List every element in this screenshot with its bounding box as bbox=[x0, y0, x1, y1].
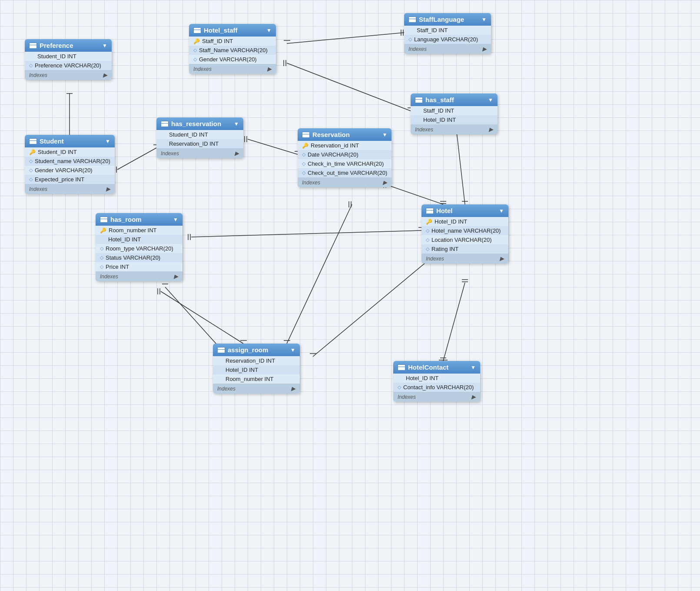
dropdown-arrow-Hotel_staff[interactable]: ▼ bbox=[266, 27, 272, 33]
diamond-icon: ◇ bbox=[100, 246, 103, 251]
table-row: ◇Status VARCHAR(20) bbox=[96, 253, 182, 262]
indexes-label: Indexes bbox=[217, 386, 236, 392]
table-row: 🔑Reservation_id INT bbox=[298, 141, 391, 150]
diamond-icon: ◇ bbox=[29, 167, 33, 173]
table-footer-Preference[interactable]: Indexes ▶ bbox=[25, 70, 112, 80]
table-name-Reservation: Reservation bbox=[312, 131, 350, 138]
dropdown-arrow-has_reservation[interactable]: ▼ bbox=[234, 121, 239, 127]
table-name-assign_room: assign_room bbox=[228, 346, 268, 354]
table-row: ◇Location VARCHAR(20) bbox=[421, 235, 508, 244]
indexes-label: Indexes bbox=[29, 186, 47, 192]
indexes-arrow[interactable]: ▶ bbox=[471, 394, 476, 400]
table-header-Preference[interactable]: Preference ▼ bbox=[25, 39, 112, 52]
table-header-Hotel[interactable]: Hotel ▼ bbox=[421, 204, 508, 217]
table-footer-has_reservation[interactable]: Indexes ▶ bbox=[156, 148, 243, 158]
dropdown-arrow-Preference[interactable]: ▼ bbox=[102, 43, 107, 49]
dropdown-arrow-assign_room[interactable]: ▼ bbox=[290, 347, 295, 353]
indexes-arrow[interactable]: ▶ bbox=[291, 385, 295, 392]
field-text: Student_name VARCHAR(20) bbox=[35, 158, 110, 164]
table-row: 🔑Student_ID INT bbox=[25, 147, 115, 157]
table-name-Hotel: Hotel bbox=[436, 207, 453, 214]
dropdown-arrow-has_room[interactable]: ▼ bbox=[173, 217, 178, 223]
table-footer-assign_room[interactable]: Indexes ▶ bbox=[213, 384, 300, 394]
table-footer-StaffLanguage[interactable]: Indexes ▶ bbox=[404, 44, 491, 54]
table-header-has_reservation[interactable]: has_reservation ▼ bbox=[156, 117, 243, 130]
indexes-label: Indexes bbox=[426, 256, 444, 262]
table-header-Hotel_staff[interactable]: Hotel_staff ▼ bbox=[189, 24, 276, 37]
table-body-has_reservation: Student_ID INTReservation_ID INT bbox=[156, 130, 243, 148]
indexes-arrow[interactable]: ▶ bbox=[103, 72, 107, 78]
table-header-HotelContact[interactable]: HotelContact ▼ bbox=[393, 361, 480, 374]
table-icon-Reservation bbox=[302, 132, 310, 138]
indexes-arrow[interactable]: ▶ bbox=[106, 186, 110, 192]
indexes-arrow[interactable]: ▶ bbox=[267, 66, 272, 72]
table-header-assign_room[interactable]: assign_room ▼ bbox=[213, 344, 300, 356]
table-body-Hotel_staff: 🔑Staff_ID INT◇Staff_Name VARCHAR(20)◇Gen… bbox=[189, 37, 276, 64]
dropdown-arrow-Reservation[interactable]: ▼ bbox=[382, 132, 387, 138]
field-text: Student_ID INT bbox=[37, 53, 76, 60]
dropdown-arrow-has_staff[interactable]: ▼ bbox=[488, 97, 493, 103]
diamond-icon: ◇ bbox=[193, 57, 197, 62]
dropdown-arrow-StaffLanguage[interactable]: ▼ bbox=[481, 17, 487, 23]
indexes-arrow[interactable]: ▶ bbox=[235, 150, 239, 157]
table-row: ◇Room_type VARCHAR(20) bbox=[96, 244, 182, 253]
svg-line-33 bbox=[161, 291, 243, 344]
table-icon-StaffLanguage bbox=[408, 17, 416, 23]
svg-line-13 bbox=[287, 33, 404, 43]
field-text: Expected_price INT bbox=[35, 176, 84, 183]
table-name-has_room: has_room bbox=[110, 216, 142, 223]
table-row: Staff_ID INT bbox=[411, 106, 498, 115]
table-row: Reservation_ID INT bbox=[213, 356, 300, 365]
key-icon: 🔑 bbox=[193, 38, 200, 44]
table-icon-has_room bbox=[100, 217, 108, 223]
diamond-icon: ◇ bbox=[193, 47, 197, 53]
table-icon-HotelContact bbox=[398, 364, 405, 371]
table-row: Student_ID INT bbox=[156, 130, 243, 139]
table-row: ◇Price INT bbox=[96, 262, 182, 271]
field-text: Gender VARCHAR(20) bbox=[35, 167, 93, 174]
table-footer-Hotel[interactable]: Indexes ▶ bbox=[421, 254, 508, 264]
table-header-Student[interactable]: Student ▼ bbox=[25, 135, 115, 147]
table-row: ◇Rating INT bbox=[421, 244, 508, 254]
table-footer-has_room[interactable]: Indexes ▶ bbox=[96, 271, 182, 281]
indexes-arrow[interactable]: ▶ bbox=[489, 126, 493, 133]
dropdown-arrow-Student[interactable]: ▼ bbox=[105, 138, 110, 144]
table-header-StaffLanguage[interactable]: StaffLanguage ▼ bbox=[404, 13, 491, 26]
field-text: Room_number INT bbox=[109, 227, 157, 234]
diamond-icon: ◇ bbox=[29, 63, 33, 68]
table-row: ◇Hotel_name VARCHAR(20) bbox=[421, 226, 508, 235]
svg-line-41 bbox=[313, 248, 443, 357]
diamond-icon: ◇ bbox=[302, 152, 305, 157]
indexes-arrow[interactable]: ▶ bbox=[482, 46, 487, 52]
indexes-arrow[interactable]: ▶ bbox=[174, 273, 178, 280]
field-text: Hotel_ID INT bbox=[406, 375, 438, 381]
table-header-Reservation[interactable]: Reservation ▼ bbox=[298, 128, 391, 141]
table-row: Room_number INT bbox=[213, 374, 300, 384]
diamond-icon: ◇ bbox=[408, 37, 412, 42]
dropdown-arrow-Hotel[interactable]: ▼ bbox=[499, 208, 504, 214]
indexes-label: Indexes bbox=[100, 274, 118, 280]
field-text: Hotel_ID INT bbox=[435, 218, 467, 225]
table-footer-Hotel_staff[interactable]: Indexes ▶ bbox=[189, 64, 276, 74]
dropdown-arrow-HotelContact[interactable]: ▼ bbox=[471, 364, 476, 371]
table-row: Reservation_ID INT bbox=[156, 139, 243, 148]
table-icon-has_staff bbox=[415, 97, 423, 103]
field-text: Check_in_time VARCHAR(20) bbox=[308, 160, 384, 167]
field-text: Contact_info VARCHAR(20) bbox=[403, 384, 474, 391]
table-footer-Reservation[interactable]: Indexes ▶ bbox=[298, 177, 391, 187]
key-icon: 🔑 bbox=[302, 143, 309, 149]
table-footer-Student[interactable]: Indexes ▶ bbox=[25, 184, 115, 194]
indexes-label: Indexes bbox=[398, 394, 416, 400]
table-footer-HotelContact[interactable]: Indexes ▶ bbox=[393, 392, 480, 402]
field-text: Status VARCHAR(20) bbox=[106, 254, 160, 261]
table-header-has_staff[interactable]: has_staff ▼ bbox=[411, 93, 498, 106]
table-header-has_room[interactable]: has_room ▼ bbox=[96, 213, 182, 226]
indexes-arrow[interactable]: ▶ bbox=[500, 255, 504, 262]
table-row: ◇Gender VARCHAR(20) bbox=[189, 55, 276, 64]
field-text: Hotel_name VARCHAR(20) bbox=[431, 227, 501, 234]
table-StaffLanguage: StaffLanguage ▼ Staff_ID INT◇Language VA… bbox=[404, 13, 491, 54]
table-footer-has_staff[interactable]: Indexes ▶ bbox=[411, 124, 498, 134]
indexes-arrow[interactable]: ▶ bbox=[383, 179, 387, 186]
field-text: Reservation_ID INT bbox=[169, 140, 219, 147]
field-text: Room_type VARCHAR(20) bbox=[106, 245, 173, 252]
